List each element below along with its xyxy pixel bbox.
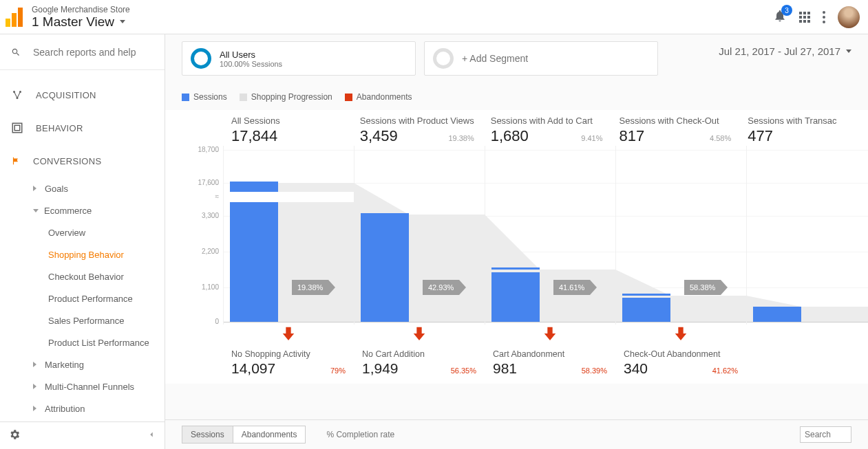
apps-icon[interactable] <box>799 12 810 23</box>
funnel-plot: 19.38% 42.93% 41.61% 58.38% <box>223 146 868 325</box>
funnel-stage-checkout[interactable]: Sessions with Check-Out 8174.58% <box>611 110 739 145</box>
account-name: Google Merchandise Store <box>32 5 773 14</box>
nav-checkout-behavior[interactable]: Checkout Behavior <box>48 265 165 287</box>
bottom-tabs: Sessions Abandonments % Completion rate <box>165 419 868 449</box>
progression-tag-2[interactable]: 42.93% <box>423 280 459 295</box>
abandon-arrow-icon <box>673 325 688 341</box>
svg-rect-6 <box>12 123 22 133</box>
notification-badge: 3 <box>781 5 792 16</box>
behavior-icon <box>11 122 23 134</box>
more-menu-icon[interactable] <box>823 11 825 23</box>
notifications-button[interactable]: 3 <box>773 9 787 25</box>
swatch-icon <box>240 94 247 101</box>
chevron-down-icon <box>120 20 125 23</box>
nav-marketing[interactable]: Marketing <box>15 353 165 375</box>
abandon-cart[interactable]: Cart Abandonment 98158.39% <box>485 349 615 377</box>
search-icon <box>11 46 21 58</box>
segment-title: All Users <box>220 50 282 60</box>
funnel-stage-transactions[interactable]: Sessions with Transac 477 <box>739 110 868 145</box>
table-search-input[interactable] <box>800 426 851 443</box>
acquisition-icon <box>11 89 23 101</box>
nav-conversions[interactable]: CONVERSIONS <box>0 144 165 177</box>
completion-rate-toggle[interactable]: % Completion rate <box>326 430 394 439</box>
bar-all-sessions[interactable] <box>230 202 278 322</box>
abandon-arrow-icon <box>281 325 296 341</box>
nav-ecommerce-overview[interactable]: Overview <box>48 221 165 243</box>
main-content: All Users 100.00% Sessions + Add Segment… <box>165 34 868 449</box>
search-reports[interactable] <box>0 34 165 70</box>
progression-tag-1[interactable]: 19.38% <box>292 280 328 295</box>
svg-rect-0 <box>6 19 10 27</box>
funnel-chart: All Sessions 17,844 Sessions with Produc… <box>165 110 868 384</box>
nav-sales-performance[interactable]: Sales Performance <box>48 309 165 331</box>
add-segment-label: + Add Segment <box>462 53 528 64</box>
nav-attribution[interactable]: Attribution <box>15 397 165 419</box>
flag-icon <box>11 156 21 166</box>
donut-icon <box>191 48 211 69</box>
funnel-stage-all-sessions[interactable]: All Sessions 17,844 <box>223 110 352 145</box>
svg-rect-1 <box>12 13 17 27</box>
svg-rect-2 <box>18 8 23 27</box>
app-header: Google Merchandise Store 1 Master View 3 <box>0 0 868 34</box>
tab-abandonments[interactable]: Abandonments <box>233 426 306 443</box>
bar-product-views[interactable] <box>361 213 409 322</box>
nav-product-performance[interactable]: Product Performance <box>48 287 165 309</box>
add-segment[interactable]: + Add Segment <box>424 41 658 76</box>
date-range-picker[interactable]: Jul 21, 2017 - Jul 27, 2017 <box>719 41 851 57</box>
tab-sessions[interactable]: Sessions <box>182 426 233 443</box>
nav-product-list-performance[interactable]: Product List Performance <box>48 331 165 353</box>
donut-icon <box>433 48 454 69</box>
bar-all-sessions-upper[interactable] <box>230 182 278 192</box>
chart-legend: Sessions Shopping Progression Abandonmen… <box>165 76 868 110</box>
abandon-arrow-icon <box>412 325 427 341</box>
chevron-down-icon <box>846 50 851 53</box>
funnel-stage-product-views[interactable]: Sessions with Product Views 3,45919.38% <box>352 110 483 145</box>
axis-break-icon: ≈ <box>215 193 220 200</box>
bar-checkout[interactable] <box>622 298 670 322</box>
svg-rect-7 <box>14 125 20 131</box>
bar-add-to-cart[interactable] <box>491 272 540 322</box>
view-selector[interactable]: Google Merchandise Store 1 Master View <box>32 5 773 30</box>
nav-ecommerce[interactable]: Ecommerce <box>15 199 165 221</box>
user-avatar[interactable] <box>838 6 860 28</box>
bar-add-to-cart-top[interactable] <box>491 267 540 270</box>
nav-acquisition[interactable]: ACQUISITION <box>0 78 165 111</box>
y-axis: 18,700 17,600 ≈ 3,300 2,200 1,100 0 <box>182 146 223 325</box>
swatch-icon <box>345 94 352 101</box>
progression-tag-4[interactable]: 58.38% <box>684 280 721 295</box>
nav-footer <box>0 421 165 449</box>
nav-multi-channel-funnels[interactable]: Multi-Channel Funnels <box>15 375 165 397</box>
analytics-logo-icon <box>4 6 26 28</box>
segment-all-users[interactable]: All Users 100.00% Sessions <box>182 41 416 76</box>
bar-transactions[interactable] <box>753 307 801 322</box>
abandon-no-cart[interactable]: No Cart Addition 1,94956.35% <box>354 349 485 377</box>
funnel-stage-add-to-cart[interactable]: Sessions with Add to Cart 1,6809.41% <box>483 110 611 145</box>
swatch-icon <box>182 94 189 101</box>
view-name: 1 Master View <box>32 14 114 30</box>
caret-down-icon <box>33 209 39 212</box>
abandon-no-shopping[interactable]: No Shopping Activity 14,09779% <box>223 349 354 377</box>
nav-goals[interactable]: Goals <box>15 177 165 199</box>
abandon-arrow-icon <box>542 325 558 341</box>
abandon-checkout[interactable]: Check-Out Abandonment 34041.62% <box>615 349 746 377</box>
caret-right-icon <box>33 406 39 411</box>
legend-shopping-progression[interactable]: Shopping Progression <box>240 92 332 102</box>
legend-abandonments[interactable]: Abandonments <box>345 92 412 102</box>
legend-sessions[interactable]: Sessions <box>182 92 227 102</box>
bar-checkout-top[interactable] <box>622 294 670 296</box>
search-input[interactable] <box>33 47 154 58</box>
nav-shopping-behavior[interactable]: Shopping Behavior <box>48 243 165 265</box>
collapse-nav-icon[interactable] <box>147 430 156 441</box>
caret-right-icon <box>33 384 39 389</box>
segment-subtitle: 100.00% Sessions <box>220 60 282 68</box>
caret-right-icon <box>33 362 39 367</box>
nav-behavior[interactable]: BEHAVIOR <box>0 111 165 144</box>
left-nav: ACQUISITION BEHAVIOR CONVERSIONS Goals E… <box>0 34 165 449</box>
caret-right-icon <box>33 186 39 191</box>
progression-tag-3[interactable]: 41.61% <box>553 280 590 295</box>
admin-gear-icon[interactable] <box>8 428 21 443</box>
